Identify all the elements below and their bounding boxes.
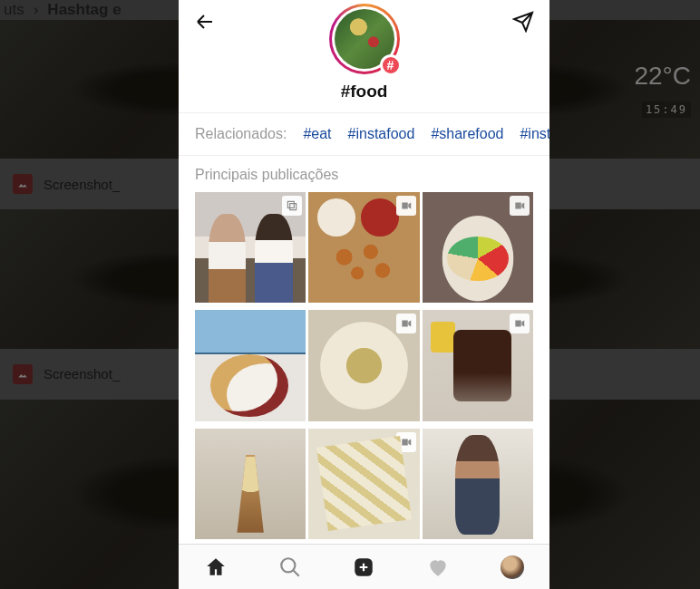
video-icon — [510, 314, 530, 333]
related-tag[interactable]: #inst — [520, 126, 549, 142]
related-tag[interactable]: #eat — [303, 126, 331, 142]
video-icon — [396, 196, 416, 216]
hashtag-header: # #food — [179, 43, 549, 113]
hashtag-avatar-story-ring[interactable]: # — [329, 4, 400, 74]
nav-search[interactable] — [277, 554, 304, 581]
nav-home[interactable] — [202, 554, 229, 581]
post-thumbnail[interactable] — [195, 310, 306, 420]
video-icon — [510, 196, 530, 216]
nav-profile[interactable] — [499, 554, 526, 581]
post-thumbnail[interactable] — [423, 310, 533, 420]
post-thumbnail[interactable] — [308, 429, 419, 539]
home-icon — [204, 555, 228, 579]
related-tag[interactable]: #sharefood — [431, 126, 503, 142]
post-thumbnail[interactable] — [308, 310, 419, 420]
related-hashtags-row: Relacionados: #eat #instafood #sharefood… — [179, 113, 549, 156]
section-title-top-posts: Principais publicações — [179, 156, 549, 192]
instagram-hashtag-modal: # #food Relacionados: #eat #instafood #s… — [179, 0, 549, 589]
paper-plane-icon — [512, 11, 534, 33]
svg-point-0 — [281, 558, 295, 572]
hashtag-badge-icon: # — [380, 54, 402, 76]
heart-icon — [426, 555, 450, 579]
nav-new-post[interactable] — [350, 554, 377, 581]
post-thumbnail[interactable] — [195, 192, 306, 303]
search-icon — [278, 555, 302, 579]
video-icon — [396, 432, 416, 452]
profile-avatar-icon — [501, 555, 524, 579]
post-thumbnail[interactable] — [423, 192, 533, 303]
post-thumbnail[interactable] — [195, 429, 306, 539]
related-tag[interactable]: #instafood — [348, 126, 415, 142]
carousel-icon — [282, 196, 302, 216]
video-icon — [396, 314, 416, 333]
posts-grid — [179, 192, 549, 544]
share-button[interactable] — [511, 10, 535, 34]
plus-square-icon — [352, 555, 375, 579]
post-thumbnail[interactable] — [308, 192, 419, 303]
arrow-left-icon — [194, 11, 216, 33]
post-thumbnail[interactable] — [423, 429, 533, 539]
related-label: Relacionados: — [195, 126, 287, 142]
back-button[interactable] — [193, 10, 217, 34]
nav-activity[interactable] — [424, 554, 452, 581]
hashtag-title: #food — [341, 82, 388, 101]
bottom-nav — [179, 544, 549, 589]
